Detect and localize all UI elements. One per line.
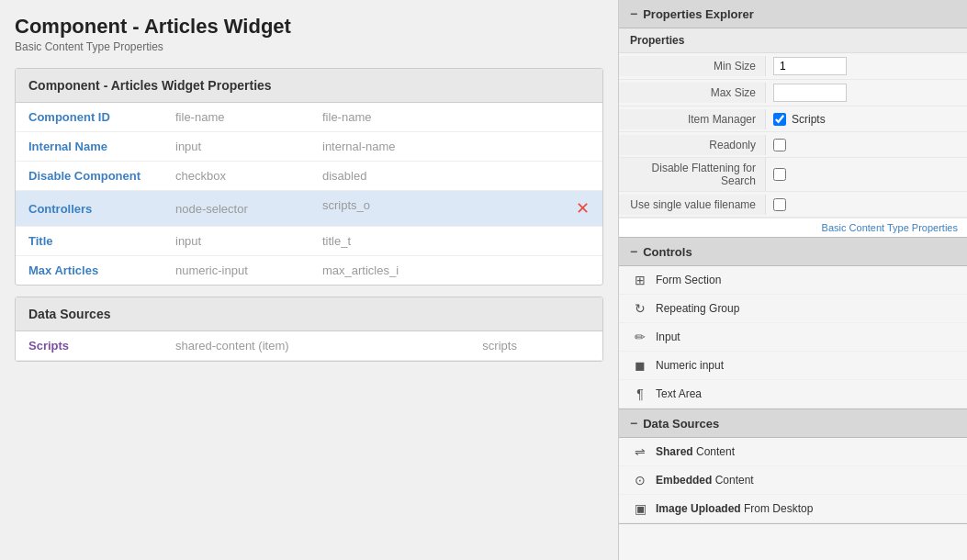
ds-item-image-uploaded[interactable]: ▣ Image Uploaded From Desktop bbox=[619, 495, 967, 523]
prop-field-label: Item Manager bbox=[619, 109, 766, 129]
ds-value: scripts bbox=[469, 331, 602, 361]
prop-type: input bbox=[163, 227, 309, 256]
prop-value: internal-name bbox=[309, 132, 602, 162]
input-icon: ✏ bbox=[632, 329, 648, 345]
prop-type: input bbox=[163, 132, 309, 162]
datasources-section: − Data Sources ⇌ Shared Content ⊙ Embedd… bbox=[619, 409, 967, 524]
prop-type: file-name bbox=[163, 103, 309, 132]
properties-label: Properties bbox=[619, 28, 967, 53]
page-title: Component - Articles Widget bbox=[15, 15, 603, 39]
image-uploaded-icon: ▣ bbox=[632, 500, 648, 517]
datasources-collapse-icon[interactable]: − bbox=[630, 416, 637, 431]
prop-field-label: Use single value filename bbox=[619, 195, 766, 215]
shared-content-label: Shared Content bbox=[656, 445, 735, 458]
control-item-input[interactable]: ✏ Input bbox=[619, 323, 967, 352]
prop-type: checkbox bbox=[163, 162, 309, 191]
prop-input-field[interactable] bbox=[773, 84, 847, 102]
table-row[interactable]: Component ID file-name file-name bbox=[16, 103, 602, 132]
properties-explorer-header: − Properties Explorer bbox=[619, 0, 967, 28]
prop-name: Component ID bbox=[16, 103, 163, 132]
prop-field-label: Disable Flattening for Search bbox=[619, 158, 766, 191]
prop-field-row: Readonly bbox=[619, 132, 967, 158]
properties-explorer-title: Properties Explorer bbox=[643, 7, 754, 21]
controls-header: − Controls bbox=[619, 238, 967, 266]
controls-list: ⊞ Form Section ↻ Repeating Group ✏ Input… bbox=[619, 266, 967, 409]
prop-checkbox[interactable] bbox=[773, 198, 786, 211]
ds-type: shared-content (item) bbox=[163, 331, 469, 361]
embedded-content-icon: ⊙ bbox=[632, 472, 648, 488]
repeating-group-label: Repeating Group bbox=[656, 302, 739, 315]
control-item-numeric-input[interactable]: ◼ Numeric input bbox=[619, 352, 967, 380]
control-item-form-section[interactable]: ⊞ Form Section bbox=[619, 266, 967, 295]
prop-type: node-selector bbox=[163, 191, 309, 227]
left-panel: Component - Articles Widget Basic Conten… bbox=[0, 0, 618, 560]
prop-field-label: Max Size bbox=[619, 83, 766, 103]
properties-card-header: Component - Articles Widget Properties bbox=[16, 69, 602, 103]
prop-field-row: Use single value filename bbox=[619, 192, 967, 218]
table-row[interactable]: Disable Component checkbox disabled bbox=[16, 162, 602, 191]
prop-checkbox[interactable] bbox=[773, 168, 786, 181]
repeating-group-icon: ↻ bbox=[632, 300, 648, 317]
prop-value: disabled bbox=[309, 162, 602, 191]
shared-content-icon: ⇌ bbox=[632, 443, 648, 460]
prop-field-value: Scripts bbox=[766, 109, 967, 129]
prop-field-row: Max Size bbox=[619, 80, 967, 106]
basic-content-link[interactable]: Basic Content Type Properties bbox=[619, 218, 967, 237]
collapse-icon[interactable]: − bbox=[630, 6, 637, 21]
table-row[interactable]: Internal Name input internal-name bbox=[16, 132, 602, 162]
prop-type: numeric-input bbox=[163, 256, 309, 286]
controls-title: Controls bbox=[643, 245, 692, 259]
text-area-label: Text Area bbox=[656, 387, 702, 400]
prop-input-field[interactable] bbox=[773, 57, 847, 75]
properties-form: Min SizeMax SizeItem ManagerScriptsReado… bbox=[619, 53, 967, 218]
prop-value: title_t bbox=[309, 227, 602, 256]
properties-table: Component ID file-name file-name Interna… bbox=[16, 103, 602, 285]
prop-field-value bbox=[766, 164, 967, 185]
prop-field-value bbox=[766, 195, 967, 215]
ds-item-shared-content[interactable]: ⇌ Shared Content bbox=[619, 438, 967, 466]
ds-item-embedded-content[interactable]: ⊙ Embedded Content bbox=[619, 466, 967, 495]
controls-collapse-icon[interactable]: − bbox=[630, 244, 637, 259]
page-subtitle: Basic Content Type Properties bbox=[15, 40, 603, 53]
table-row[interactable]: Scripts shared-content (item) scripts bbox=[16, 331, 602, 361]
prop-name: Controllers bbox=[16, 191, 163, 227]
prop-field-value bbox=[766, 53, 967, 79]
form-section-icon: ⊞ bbox=[632, 272, 648, 288]
prop-field-label: Min Size bbox=[619, 56, 766, 76]
prop-name: Max Articles bbox=[16, 256, 163, 286]
prop-checkbox[interactable] bbox=[773, 139, 786, 151]
prop-value: max_articles_i bbox=[309, 256, 602, 286]
input-label: Input bbox=[656, 330, 680, 343]
right-panel: − Properties Explorer Properties Min Siz… bbox=[618, 0, 967, 560]
prop-value: scripts_o✕ bbox=[309, 191, 602, 227]
numeric-input-icon: ◼ bbox=[632, 357, 648, 374]
data-sources-card-header: Data Sources bbox=[16, 297, 602, 331]
delete-icon[interactable]: ✕ bbox=[576, 198, 590, 218]
embedded-content-label: Embedded Content bbox=[656, 474, 754, 487]
prop-field-label: Readonly bbox=[619, 135, 766, 155]
datasources-header: − Data Sources bbox=[619, 409, 967, 438]
prop-field-row: Min Size bbox=[619, 53, 967, 80]
table-row[interactable]: Title input title_t bbox=[16, 227, 602, 256]
prop-value: file-name bbox=[309, 103, 602, 132]
data-sources-table: Scripts shared-content (item) scripts bbox=[16, 331, 602, 361]
datasources-list: ⇌ Shared Content ⊙ Embedded Content ▣ Im… bbox=[619, 438, 967, 523]
prop-checkbox[interactable] bbox=[773, 113, 786, 126]
prop-name: Disable Component bbox=[16, 162, 163, 191]
image-uploaded-label: Image Uploaded From Desktop bbox=[656, 502, 813, 515]
controls-section: − Controls ⊞ Form Section ↻ Repeating Gr… bbox=[619, 238, 967, 409]
text-area-icon: ¶ bbox=[632, 386, 648, 402]
table-row[interactable]: Max Articles numeric-input max_articles_… bbox=[16, 256, 602, 286]
control-item-text-area[interactable]: ¶ Text Area bbox=[619, 380, 967, 409]
prop-name: Title bbox=[16, 227, 163, 256]
prop-name: Internal Name bbox=[16, 132, 163, 162]
prop-field-row: Item ManagerScripts bbox=[619, 106, 967, 132]
datasources-title: Data Sources bbox=[643, 417, 719, 431]
ds-name: Scripts bbox=[16, 331, 163, 361]
table-row[interactable]: Controllers node-selector scripts_o✕ bbox=[16, 191, 602, 227]
properties-explorer: − Properties Explorer Properties Min Siz… bbox=[619, 0, 967, 238]
numeric-input-label: Numeric input bbox=[656, 359, 724, 372]
prop-field-value bbox=[766, 135, 967, 155]
form-section-label: Form Section bbox=[656, 274, 721, 286]
control-item-repeating-group[interactable]: ↻ Repeating Group bbox=[619, 295, 967, 323]
